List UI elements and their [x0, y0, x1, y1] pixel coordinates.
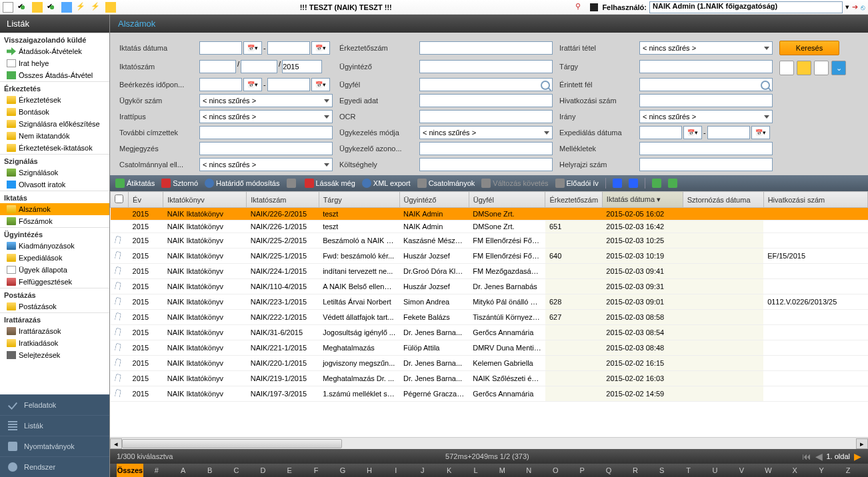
folder-icon[interactable] — [32, 2, 43, 13]
login-icon[interactable]: ➔ — [852, 3, 858, 11]
action-Lássák még[interactable]: Lássák még — [305, 179, 355, 188]
table-row[interactable]: 2015NAIK IktatókönyvNAIK/219-1/2015Megha… — [111, 371, 868, 386]
action-Határidő módosítás[interactable]: Határidő módosítás — [205, 179, 279, 188]
flash-red-icon[interactable]: ⚡ — [91, 2, 101, 13]
alpha-filter[interactable]: I — [383, 464, 409, 477]
alpha-filter[interactable]: H — [356, 464, 383, 477]
sidebar-item[interactable]: Felfüggesztések — [0, 276, 109, 288]
sidebar-item[interactable]: Irat helye — [0, 57, 109, 69]
print-icon[interactable] — [652, 179, 661, 188]
filter-input[interactable] — [419, 60, 553, 73]
calendar-icon[interactable]: 📅▾ — [243, 41, 262, 55]
excel-icon[interactable] — [668, 179, 677, 188]
table-row[interactable]: 2015NAIK IktatókönyvNAIK/223-1/2015Letil… — [111, 294, 868, 310]
alpha-filter[interactable]: X — [781, 464, 808, 477]
sidebar-item[interactable]: Szignálásra előkészítése — [0, 118, 109, 130]
table-row[interactable]: 2015NAIK IktatókönyvNAIK/222-1/2015Védet… — [111, 310, 868, 325]
table-row[interactable]: 2015NAIK IktatókönyvNAIK/224-1/2015indít… — [111, 264, 868, 279]
doc-icon[interactable] — [613, 179, 622, 188]
filter-input[interactable] — [419, 142, 553, 155]
sidebar-item[interactable]: Bontások — [0, 106, 109, 118]
user-selector[interactable]: NAIK Admin (1.NAIK főigazgatóság) — [649, 1, 843, 13]
column-header[interactable]: Ügyfél — [469, 192, 545, 208]
table-row[interactable]: 2015NAIK IktatókönyvNAIK/226-1/2015teszt… — [111, 221, 868, 233]
users-icon[interactable] — [61, 2, 72, 13]
column-header[interactable]: Iktatószám — [247, 192, 319, 208]
table-row[interactable]: 2015NAIK IktatókönyvNAIK/225-1/2015Fwd: … — [111, 248, 868, 264]
filter-input[interactable] — [419, 110, 553, 123]
alpha-filter[interactable]: N — [515, 464, 542, 477]
number-input[interactable] — [199, 60, 236, 73]
filter-input[interactable] — [199, 126, 333, 139]
sidebar-item[interactable]: Postázások — [0, 300, 109, 312]
sidebar-item[interactable]: Irattárazások — [0, 325, 109, 337]
search-button[interactable]: Keresés — [779, 41, 839, 55]
alpha-filter[interactable]: Összes — [117, 464, 143, 477]
action-[interactable] — [287, 179, 298, 188]
filter-input[interactable] — [419, 158, 553, 171]
number-input[interactable] — [241, 60, 277, 73]
date-input[interactable] — [267, 78, 310, 91]
action-Sztornó[interactable]: Sztornó — [161, 179, 198, 188]
filter-select[interactable]: < nincs szűrés > — [199, 158, 333, 171]
calendar-icon[interactable]: 📅▾ — [683, 126, 702, 139]
dropdown-icon[interactable]: ▾ — [845, 3, 849, 11]
stop-icon[interactable] — [590, 3, 598, 11]
column-header[interactable]: Érkeztetőszám — [545, 192, 602, 208]
alpha-filter[interactable]: C — [223, 464, 250, 477]
alpha-filter[interactable]: # — [143, 464, 170, 477]
sidebar-item[interactable]: Átadások-Átvételek — [0, 45, 109, 57]
save-button[interactable] — [797, 61, 811, 75]
alpha-filter[interactable]: U — [702, 464, 729, 477]
prev-page-icon[interactable]: ◀ — [815, 451, 823, 462]
table-row[interactable]: 2015NAIK IktatókönyvNAIK/221-1/2015Megha… — [111, 340, 868, 356]
select-all-checkbox[interactable] — [115, 195, 123, 203]
filter-input[interactable] — [419, 94, 553, 107]
filter-input[interactable] — [199, 142, 333, 155]
alpha-filter[interactable]: S — [649, 464, 675, 477]
table-row[interactable]: 2015NAIK IktatókönyvNAIK/226-2/2015teszt… — [111, 208, 868, 221]
filter-select[interactable]: < nincs szűrés > — [639, 41, 773, 55]
calendar-icon[interactable]: 📅▾ — [243, 78, 262, 91]
new-icon[interactable] — [3, 2, 13, 13]
column-header[interactable]: Tárgy — [319, 192, 399, 208]
alpha-filter[interactable]: F — [303, 464, 329, 477]
pager[interactable]: ⏮ ◀ 1. oldal ▶ — [802, 451, 861, 462]
calendar-icon[interactable]: 📅▾ — [311, 78, 330, 91]
alpha-filter[interactable]: Q — [595, 464, 622, 477]
check-icon-1[interactable]: ✔ — [17, 2, 28, 13]
search-icon[interactable] — [761, 81, 770, 90]
filter-input[interactable] — [639, 60, 773, 73]
alpha-filter[interactable]: Z — [835, 464, 861, 477]
table-row[interactable]: 2015NAIK IktatókönyvNAIK/225-2/2015Beszá… — [111, 233, 868, 248]
calendar-icon[interactable]: 📅▾ — [311, 41, 330, 55]
date-input[interactable] — [267, 41, 310, 55]
filter-select[interactable]: < nincs szűrés > — [419, 126, 553, 139]
alpha-filter[interactable]: T — [675, 464, 702, 477]
blank-button[interactable] — [814, 61, 829, 75]
reset-button[interactable] — [779, 61, 794, 75]
horizontal-scrollbar[interactable]: ◂ ▸ — [110, 437, 868, 449]
table-row[interactable]: 2015NAIK IktatókönyvNAIK/31-6/2015Jogosu… — [111, 325, 868, 340]
alpha-filter[interactable]: B — [197, 464, 223, 477]
filter-input[interactable] — [639, 94, 773, 107]
date-input[interactable] — [707, 126, 750, 139]
filter-select[interactable]: < nincs szűrés > — [199, 110, 333, 123]
alpha-filter[interactable]: A — [170, 464, 197, 477]
sidebar-item[interactable]: Selejtezések — [0, 349, 109, 361]
column-header[interactable]: Sztornózás dátuma — [683, 192, 763, 208]
sidebar-bottom-button[interactable]: Rendszer — [0, 456, 109, 477]
sidebar-item[interactable]: Iratkiadások — [0, 337, 109, 349]
sidebar-item[interactable]: Ügyek állapota — [0, 264, 109, 276]
sidebar-bottom-button[interactable]: Feladatok — [0, 394, 109, 415]
alpha-filter[interactable]: E — [276, 464, 303, 477]
column-header[interactable]: Év — [129, 192, 163, 208]
alpha-filter[interactable]: Y — [808, 464, 835, 477]
first-page-icon[interactable]: ⏮ — [802, 451, 811, 462]
alpha-filter[interactable]: W — [755, 464, 781, 477]
date-input[interactable] — [639, 126, 682, 139]
check-icon-2[interactable]: ✔ — [47, 2, 57, 13]
filter-select[interactable]: < nincs szűrés > — [639, 110, 773, 123]
alpha-filter[interactable]: M — [489, 464, 515, 477]
action-XML export[interactable]: XML export — [362, 179, 411, 188]
